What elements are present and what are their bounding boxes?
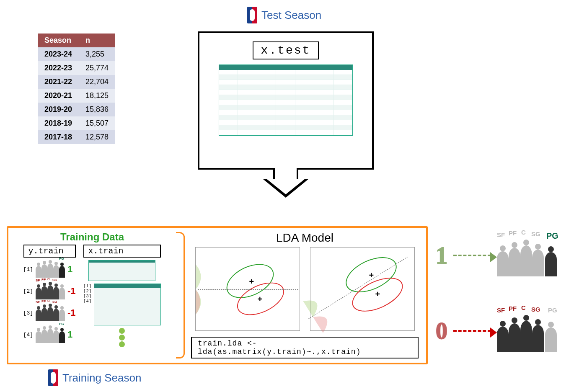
bracket-icon xyxy=(176,228,184,363)
arrow-down-head-icon xyxy=(263,179,309,198)
player-silhouettes-icon: PG xyxy=(36,261,65,278)
team-silhouette-neg: SF PF C SG PG xyxy=(497,310,564,352)
season-cell: 2020-21 xyxy=(38,89,79,103)
xtrain-column: x.train [1] [2] [3] [4] xyxy=(83,245,161,347)
team-silhouette-pos: SF PF C SG PG xyxy=(497,235,564,276)
xtest-mini-table xyxy=(219,64,353,136)
xtest-frame: x.test xyxy=(198,31,374,170)
n-cell: 15,507 xyxy=(79,116,115,130)
nba-logo-icon xyxy=(247,7,257,23)
xtrain-index: [1] [2] [3] [4] xyxy=(83,284,92,304)
test-season-text: Test Season xyxy=(261,9,321,22)
training-data-title: Training Data xyxy=(12,231,173,243)
n-cell: 15,836 xyxy=(79,103,115,116)
lda-plot-1: + + xyxy=(195,247,300,331)
output-class-0: 0 SF PF C SG PG xyxy=(436,310,564,352)
ytrain-row: [3] SF PF C SG -1 xyxy=(23,304,76,321)
output-1-label: 1 xyxy=(436,242,447,269)
xtest-block: x.test xyxy=(198,31,374,193)
season-cell: 2019-20 xyxy=(38,103,79,116)
player-silhouettes-icon: SF PF C SG xyxy=(36,304,65,321)
n-header: n xyxy=(79,34,115,47)
player-silhouettes-icon: SF PF C SG xyxy=(36,283,65,299)
xtrain-label: x.train xyxy=(83,245,161,258)
output-class-1: 1 SF PF C SG PG xyxy=(436,235,564,276)
n-cell: 22,704 xyxy=(79,75,115,89)
season-cell: 2017-18 xyxy=(38,130,79,144)
nba-logo-icon xyxy=(48,369,58,386)
training-season-label: Training Season xyxy=(48,369,141,386)
test-season-label: Test Season xyxy=(247,7,321,23)
ytrain-row: [1] PG 1 xyxy=(23,261,76,278)
lda-code: train.lda <- lda(as.matrix(y.train)~.,x.… xyxy=(191,337,419,358)
distribution-icon xyxy=(303,284,352,333)
n-cell: 25,774 xyxy=(79,61,115,75)
ytrain-row: [2] SF PF C SG -1 xyxy=(23,283,76,299)
output-0-label: 0 xyxy=(436,317,447,344)
season-cell: 2018-19 xyxy=(38,116,79,130)
lda-plot-2: + + xyxy=(310,247,415,331)
season-n-table: Season n 2023-243,255 2022-2325,774 2021… xyxy=(38,34,115,144)
n-cell: 18,125 xyxy=(79,89,115,103)
lda-model-panel: LDA Model + + + + xyxy=(184,228,426,363)
season-cell: 2021-22 xyxy=(38,75,79,89)
season-header: Season xyxy=(38,34,79,47)
arrow-right-icon xyxy=(453,330,491,332)
ytrain-column: y.train [1] PG 1 xyxy=(23,245,76,347)
xtest-label: x.test xyxy=(253,41,319,59)
lda-title: LDA Model xyxy=(276,231,333,245)
n-cell: 3,255 xyxy=(79,47,115,61)
training-data-panel: Training Data y.train [1] PG xyxy=(8,228,176,363)
ytrain-label: y.train xyxy=(23,245,76,258)
dots-icon xyxy=(119,328,125,347)
season-cell: 2023-24 xyxy=(38,47,79,61)
n-cell: 12,578 xyxy=(79,130,115,144)
training-lda-block: Training Data y.train [1] PG xyxy=(7,226,428,364)
distribution-icon xyxy=(196,264,208,315)
ytrain-row: [4] PG 1 xyxy=(23,326,76,343)
arrow-right-icon xyxy=(453,255,491,256)
xtrain-mini-table xyxy=(94,284,161,325)
training-season-text: Training Season xyxy=(62,371,141,384)
xtrain-mini-table xyxy=(88,260,155,281)
player-silhouettes-icon: PG xyxy=(36,326,65,343)
season-cell: 2022-23 xyxy=(38,61,79,75)
